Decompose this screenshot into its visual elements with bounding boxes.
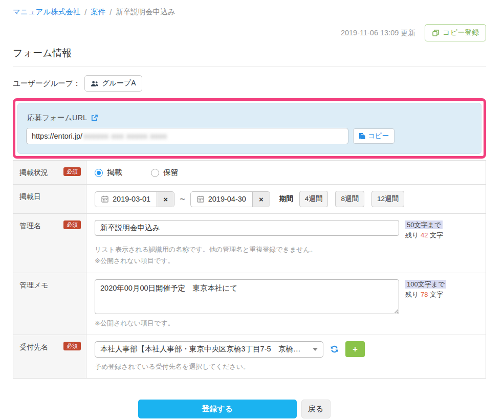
calendar-icon	[197, 195, 204, 203]
remaining-suffix: 文字	[430, 231, 443, 239]
remaining-prefix: 残り	[405, 291, 419, 298]
url-highlight-box: 応募フォームURL https://entori.jp/ xxxxxx xxx …	[13, 98, 486, 159]
plus-icon: +	[353, 344, 358, 354]
row-admin-name: 管理名 必須 50文字まで 残り 42 文字 リスト表示される認識用の名称です。…	[13, 214, 486, 273]
user-group-badge[interactable]: グループA	[84, 75, 142, 92]
user-group-label: ユーザーグループ：	[13, 79, 80, 89]
users-icon	[91, 80, 99, 87]
date-from-value: 2019-03-01	[113, 195, 150, 203]
admin-memo-textarea[interactable]: 2020年00月00日開催予定 東京本社にて	[95, 279, 399, 314]
form-url-visible: https://entori.jp/	[32, 132, 82, 140]
updated-timestamp: 2019-11-06 13:09 更新	[341, 28, 415, 38]
meta-row: 2019-11-06 13:09 更新 コピー登録	[13, 24, 486, 41]
period-12weeks-button[interactable]: 12週間	[371, 191, 404, 207]
required-badge: 必須	[63, 167, 81, 176]
back-button[interactable]: 戻る	[301, 400, 331, 418]
clipboard-icon	[359, 132, 365, 140]
add-recipient-button[interactable]: +	[345, 341, 365, 357]
remaining-count: 42	[421, 231, 428, 239]
admin-memo-label: 管理メモ	[19, 280, 49, 290]
date-range-tilde: ~	[180, 194, 185, 205]
form-url-input[interactable]: https://entori.jp/ xxxxxx xxx xxxxx xxxx	[26, 128, 348, 144]
row-recipient: 受付先名 必須 本社人事部【本社人事部・東京中央区京橋3丁目7-5 京橋スクエ.…	[13, 335, 486, 378]
copy-url-label: コピー	[368, 131, 389, 141]
admin-memo-hint: ※公開されない項目です。	[95, 318, 477, 328]
date-to-value: 2019-04-30	[208, 195, 246, 203]
admin-name-input[interactable]	[95, 220, 399, 236]
period-4weeks-button[interactable]: 4週間	[299, 191, 328, 207]
breadcrumb-current: 新卒説明会申込み	[116, 7, 175, 17]
row-publish-status: 掲載状況 必須 掲載 保留	[13, 161, 486, 185]
date-from-group: 2019-03-01 ×	[95, 191, 174, 207]
calendar-icon	[101, 195, 108, 203]
required-badge: 必須	[63, 342, 81, 350]
breadcrumb-separator: /	[109, 8, 112, 16]
copy-url-button[interactable]: コピー	[353, 128, 395, 144]
radio-publish-label: 掲載	[107, 168, 122, 178]
required-badge: 必須	[63, 220, 81, 229]
breadcrumb-company-link[interactable]: マニュアル株式会社	[13, 7, 80, 17]
remaining-count: 78	[421, 291, 428, 298]
char-limit-chip: 50文字まで	[405, 220, 443, 229]
radio-hold[interactable]: 保留	[151, 168, 179, 178]
admin-memo-counter: 100文字まで 残り 78 文字	[405, 279, 446, 300]
date-to-input[interactable]: 2019-04-30	[191, 192, 252, 207]
breadcrumb: マニュアル株式会社 / 案件 / 新卒説明会申込み	[13, 7, 486, 17]
recipient-selected-value: 本社人事部【本社人事部・東京中央区京橋3丁目7-5 京橋スクエ...	[100, 344, 308, 354]
remaining-prefix: 残り	[405, 231, 419, 239]
copy-register-label: コピー登録	[443, 28, 479, 37]
date-to-group: 2019-04-30 ×	[190, 191, 270, 207]
period-8weeks-button[interactable]: 8週間	[335, 191, 364, 207]
admin-name-hint1: リスト表示される認識用の名称です。他の管理名と重複登録できません。	[95, 245, 477, 255]
admin-name-hint2: ※公開されない項目です。	[95, 256, 477, 266]
copy-register-button[interactable]: コピー登録	[425, 24, 486, 41]
url-panel: 応募フォームURL https://entori.jp/ xxxxxx xxx …	[17, 103, 481, 154]
radio-unselected-icon	[151, 169, 159, 177]
form-url-label: 応募フォームURL	[27, 113, 87, 123]
form-url-masked: xxxxxx xxx xxxxx xxxx	[83, 132, 167, 140]
row-admin-memo: 管理メモ 2020年00月00日開催予定 東京本社にて 100文字まで 残り 7…	[13, 273, 486, 335]
admin-name-counter: 50文字まで 残り 42 文字	[405, 220, 443, 240]
copy-pages-icon	[432, 29, 440, 37]
clear-date-from-button[interactable]: ×	[157, 192, 174, 207]
publish-date-label: 掲載日	[19, 191, 41, 202]
user-group-name: グループA	[102, 79, 136, 88]
breadcrumb-separator: /	[84, 8, 86, 16]
row-publish-dates: 掲載日 2019-03-01 × ~	[13, 185, 486, 214]
char-limit-chip: 100文字まで	[405, 280, 446, 289]
external-link-icon[interactable]	[91, 114, 98, 122]
remaining-suffix: 文字	[430, 291, 443, 298]
clear-date-to-button[interactable]: ×	[252, 192, 270, 207]
recipient-select[interactable]: 本社人事部【本社人事部・東京中央区京橋3丁目7-5 京橋スクエ...	[95, 341, 323, 358]
submit-button[interactable]: 登録する	[138, 400, 297, 418]
user-group-row: ユーザーグループ： グループA	[13, 75, 486, 92]
publish-status-label: 掲載状況	[19, 167, 48, 178]
form-table: 掲載状況 必須 掲載 保留	[13, 160, 486, 379]
refresh-icon[interactable]	[330, 345, 339, 353]
recipient-label: 受付先名	[19, 342, 48, 352]
breadcrumb-section-link[interactable]: 案件	[91, 7, 105, 17]
chevron-down-icon	[313, 348, 318, 351]
date-from-input[interactable]: 2019-03-01	[95, 192, 157, 207]
period-label: 期間	[279, 194, 293, 204]
recipient-hint: 予め登録されている受付先名を選択してください。	[95, 362, 477, 372]
admin-name-label: 管理名	[19, 220, 41, 231]
radio-selected-icon	[95, 169, 103, 177]
radio-publish[interactable]: 掲載	[95, 168, 122, 178]
radio-hold-label: 保留	[163, 168, 179, 178]
page-title: フォーム情報	[13, 47, 486, 67]
actions-row: 登録する 戻る	[13, 400, 486, 418]
